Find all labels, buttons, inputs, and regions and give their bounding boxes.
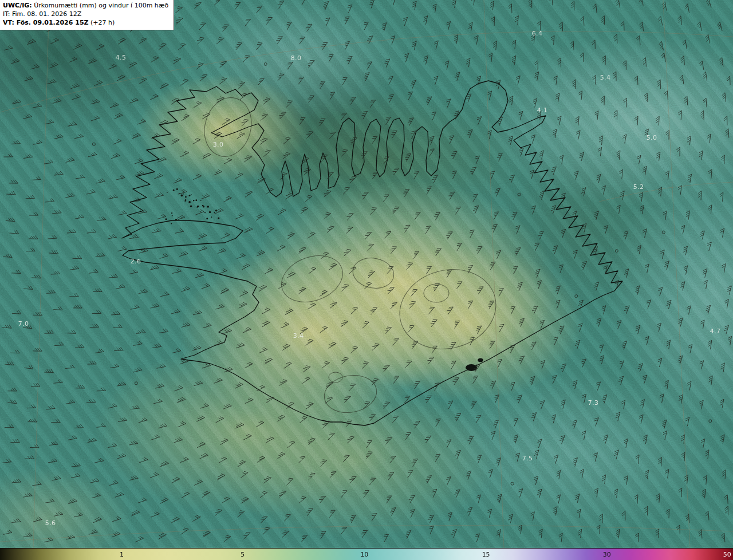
colorbar-tick-label: 5 <box>241 551 245 558</box>
colorbar: 1510153050 <box>0 548 733 560</box>
valid-time: VT: Fös. 09.01.2026 15Z <box>3 19 89 26</box>
map-overlay-svg <box>0 0 733 549</box>
colorbar-tick-label: 15 <box>482 551 490 558</box>
grid-noise-texture <box>0 0 733 549</box>
map-canvas: 4.58.06.45.44.15.03.05.22.67.03.44.77.37… <box>0 0 733 549</box>
valid-time-line: VT: Fös. 09.01.2026 15Z (+27 h) <box>3 19 168 27</box>
colorbar-tick-label: 30 <box>603 551 611 558</box>
forecast-offset: (+27 h) <box>89 19 115 26</box>
colorbar-tick-label: 50 <box>723 551 731 558</box>
model-name: UWC/IG: <box>3 2 32 9</box>
map-title-line: UWC/IG: Úrkomumætti (mm) og vindur í 100… <box>3 2 168 10</box>
colorbar-tick-label: 1 <box>120 551 124 558</box>
map-title: Úrkomumætti (mm) og vindur í 100m hæð <box>32 2 169 9</box>
init-time-line: IT: Fim. 08. 01. 2026 12Z <box>3 10 168 19</box>
weather-map-view: 4.58.06.45.44.15.03.05.22.67.03.44.77.37… <box>0 0 733 560</box>
map-title-box: UWC/IG: Úrkomumætti (mm) og vindur í 100… <box>0 0 174 30</box>
colorbar-tick-label: 10 <box>360 551 368 558</box>
